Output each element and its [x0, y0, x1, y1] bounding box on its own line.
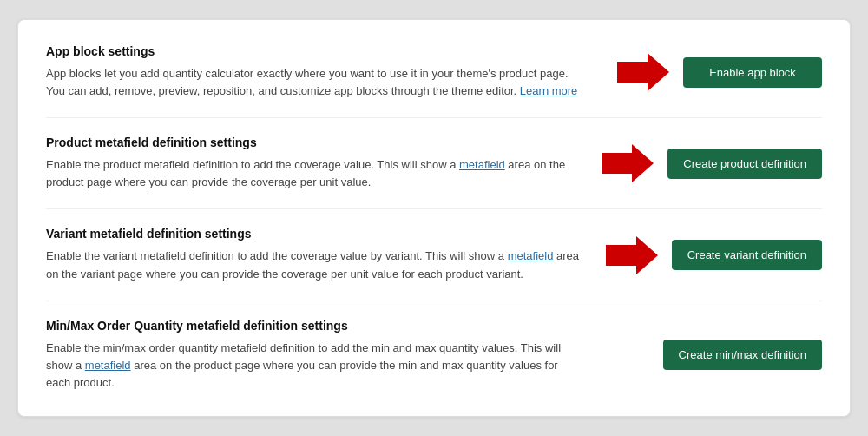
product-metafield-title: Product metafield definition settings — [46, 135, 584, 149]
app-block-desc: App blocks let you add quantity calculat… — [46, 65, 584, 100]
app-block-actions: Enable app block — [617, 53, 822, 91]
variant-metafield-content: Variant metafield definition settings En… — [46, 227, 584, 282]
create-product-definition-button[interactable]: Create product definition — [667, 149, 822, 179]
product-metafield-section: Product metafield definition settings En… — [46, 135, 822, 209]
arrow-icon — [617, 53, 669, 91]
minmax-metafield-section: Min/Max Order Quantity metafield definit… — [46, 319, 822, 392]
minmax-metafield-actions: Create min/max definition — [663, 340, 822, 370]
app-block-learn-more-link[interactable]: Learn more — [520, 84, 577, 97]
product-metafield-content: Product metafield definition settings En… — [46, 135, 584, 191]
app-block-content: App block settings App blocks let you ad… — [46, 44, 584, 100]
enable-app-block-button[interactable]: Enable app block — [683, 57, 822, 88]
svg-marker-1 — [602, 144, 654, 182]
arrow-icon — [602, 144, 654, 182]
product-metafield-link[interactable]: metafield — [459, 158, 505, 171]
create-minmax-definition-button[interactable]: Create min/max definition — [663, 340, 822, 370]
variant-metafield-section: Variant metafield definition settings En… — [46, 227, 822, 301]
minmax-metafield-title: Min/Max Order Quantity metafield definit… — [46, 319, 584, 333]
product-metafield-actions: Create product definition — [602, 144, 822, 182]
settings-card: App block settings App blocks let you ad… — [17, 19, 851, 417]
minmax-metafield-desc: Enable the min/max order quantity metafi… — [46, 340, 584, 392]
app-block-title: App block settings — [46, 44, 584, 58]
minmax-metafield-link[interactable]: metafield — [85, 359, 131, 372]
svg-marker-2 — [606, 236, 658, 274]
create-variant-definition-button[interactable]: Create variant definition — [672, 240, 822, 270]
variant-metafield-actions: Create variant definition — [606, 236, 822, 274]
svg-marker-0 — [617, 53, 669, 91]
variant-metafield-desc: Enable the variant metafield definition … — [46, 248, 584, 282]
variant-metafield-title: Variant metafield definition settings — [46, 227, 584, 241]
variant-metafield-link[interactable]: metafield — [508, 249, 554, 262]
minmax-metafield-content: Min/Max Order Quantity metafield definit… — [46, 319, 584, 392]
app-block-section: App block settings App blocks let you ad… — [46, 44, 822, 118]
product-metafield-desc: Enable the product metafield definition … — [46, 156, 584, 191]
arrow-icon — [606, 236, 658, 274]
